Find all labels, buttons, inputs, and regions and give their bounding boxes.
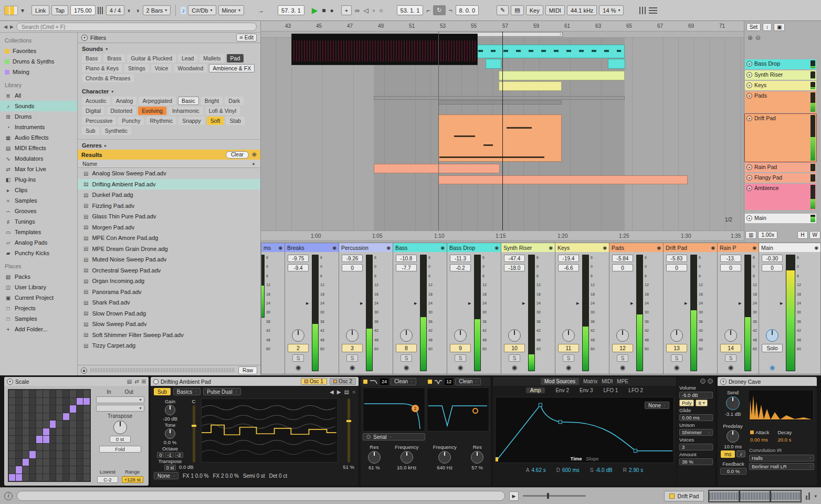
scale-grid-cell[interactable] — [9, 405, 15, 413]
monitor-speaker-icon[interactable]: ◉ — [558, 364, 579, 371]
scale-grid-cell[interactable] — [83, 474, 90, 481]
scale-grid-cell[interactable] — [77, 444, 83, 451]
decay-value[interactable]: 600 ms — [562, 467, 580, 473]
output-value[interactable]: 0 — [720, 264, 741, 271]
scale-grid-cell[interactable] — [43, 459, 49, 466]
scale-grid-cell[interactable] — [50, 413, 56, 421]
link-button[interactable]: Link — [31, 5, 49, 15]
track-header[interactable]: ▾ Drift Pad — [745, 114, 816, 162]
clip-thumbnail[interactable] — [771, 491, 801, 501]
loop-start-display[interactable]: 53. 1. 1 — [397, 5, 424, 15]
pan-knob[interactable] — [724, 329, 737, 342]
scale-grid-cell[interactable] — [29, 451, 36, 458]
filter2-display[interactable] — [427, 387, 489, 432]
pan-knob[interactable] — [346, 329, 359, 342]
scale-grid-cell[interactable] — [83, 428, 90, 436]
follow-icon[interactable]: → — [257, 7, 265, 14]
library-item[interactable]: ⊞ Drums — [0, 111, 77, 122]
output-value[interactable]: 0 — [342, 264, 363, 271]
scale-grid-cell[interactable] — [29, 466, 36, 474]
scale-grid-cell[interactable] — [77, 451, 83, 458]
scale-grid-cell[interactable] — [23, 428, 29, 436]
loop-button[interactable]: ↻ — [433, 5, 445, 15]
volume-value[interactable]: -11.3 — [450, 255, 471, 262]
scale-grid-cell[interactable] — [36, 466, 43, 474]
scale-grid-cell[interactable] — [43, 466, 49, 474]
result-row[interactable]: ▤ Morgen Pad.adv — [78, 222, 260, 233]
sustain-value[interactable]: -6.0 dB — [595, 467, 612, 473]
scale-grid-cell[interactable] — [50, 459, 56, 466]
track-fold-icon[interactable]: ▾ — [746, 61, 752, 67]
scale-name-menu[interactable]: Minor▾ — [218, 5, 245, 15]
character-filter-tag[interactable]: Punchy — [118, 117, 144, 125]
scale-grid-cell[interactable] — [29, 421, 36, 428]
scale-grid-cell[interactable] — [16, 405, 22, 413]
scale-grid-cell[interactable] — [29, 413, 36, 421]
sound-filter-tag[interactable]: Strings — [124, 64, 149, 72]
track-header[interactable]: ▾ Pads — [745, 91, 816, 113]
library-item[interactable]: ▸ Clips — [0, 185, 77, 195]
scale-grid-cell[interactable] — [70, 413, 76, 421]
filter2-env-icon[interactable] — [428, 380, 432, 384]
scale-grid-cell[interactable] — [63, 436, 69, 443]
track-number[interactable]: Solo — [762, 344, 783, 352]
fold-icon[interactable]: ◉ — [278, 245, 282, 250]
clip[interactable] — [499, 71, 625, 80]
track-number[interactable]: 2 — [288, 344, 309, 352]
scale-grid-cell[interactable] — [36, 421, 43, 428]
track-header[interactable]: ▾ Bass Drop — [745, 59, 816, 69]
scale-grid-cell[interactable] — [70, 436, 76, 443]
scale-grid-cell[interactable] — [63, 390, 69, 397]
sounds-filter-header[interactable]: Sounds — [82, 46, 103, 52]
scale-grid-cell[interactable] — [77, 421, 83, 428]
add-filter-icon[interactable]: ⊕ — [252, 151, 257, 158]
track-number[interactable]: 8 — [396, 344, 417, 352]
scale-grid-cell[interactable] — [23, 421, 29, 428]
scale-grid-cell[interactable] — [83, 390, 90, 397]
filter-target-icon[interactable] — [472, 408, 478, 414]
solo-button[interactable]: S — [671, 354, 682, 362]
mod-target-menu[interactable]: None▾ — [645, 402, 669, 409]
mixer-track-title[interactable]: Main ◉ — [759, 243, 820, 252]
scale-grid-cell[interactable] — [77, 390, 83, 397]
clip[interactable] — [483, 144, 493, 146]
track-number[interactable]: 11 — [558, 344, 579, 352]
freq1-knob[interactable] — [401, 451, 413, 464]
character-filter-tag[interactable]: Rhythmic — [146, 117, 176, 125]
browser-forward-icon[interactable]: ▶ — [10, 24, 14, 29]
preview-play-button[interactable]: ▶ — [509, 491, 519, 501]
track-fold-icon[interactable]: ▾ — [746, 164, 752, 170]
fold-icon[interactable]: ◉ — [603, 245, 607, 250]
clip[interactable] — [507, 127, 532, 129]
scale-grid-cell[interactable] — [16, 451, 22, 458]
result-row[interactable]: ▤ Glass Thin Pure Pad.adv — [78, 211, 260, 222]
scale-grid-cell[interactable] — [9, 398, 15, 405]
range-value[interactable]: +128 st — [122, 476, 143, 483]
key-root-menu[interactable]: C#/Db▾ — [188, 5, 216, 15]
scale-grid-cell[interactable] — [9, 459, 15, 466]
poly-voices-value[interactable]: 8▾ — [696, 400, 707, 406]
scale-grid-cell[interactable] — [50, 428, 56, 436]
scale-grid-cell[interactable] — [70, 428, 76, 436]
save-preset-icon[interactable]: ⊞ — [142, 379, 146, 384]
mod-tab[interactable]: MIDI — [602, 379, 613, 384]
monitor-speaker-icon[interactable]: ◉ — [504, 364, 525, 371]
scale-grid-cell[interactable] — [56, 405, 62, 413]
wavetable-display[interactable] — [201, 398, 338, 463]
scale-grid-cell[interactable] — [83, 459, 90, 466]
scale-grid-cell[interactable] — [23, 459, 29, 466]
collection-item[interactable]: Mixing — [0, 67, 77, 77]
punch-out-icon[interactable]: ¬ — [448, 7, 454, 14]
sound-filter-tag[interactable]: Mallets — [199, 54, 224, 62]
monitor-speaker-icon[interactable]: ◉ — [612, 364, 633, 371]
scale-grid-cell[interactable] — [83, 466, 90, 474]
clear-filters-button[interactable]: Clear — [226, 151, 249, 159]
scale-grid-cell[interactable] — [70, 444, 76, 451]
places-item[interactable]: □ Projects — [0, 303, 77, 313]
sound-filter-tag[interactable]: Ambience & FX — [209, 64, 255, 72]
library-item[interactable]: ≈ Samples — [0, 195, 77, 206]
transpose-value[interactable]: 0 st — [110, 436, 131, 443]
track-fold-icon[interactable]: ▾ — [746, 116, 752, 121]
menu-icon[interactable] — [649, 7, 657, 14]
new-button[interactable]: + — [341, 5, 352, 15]
